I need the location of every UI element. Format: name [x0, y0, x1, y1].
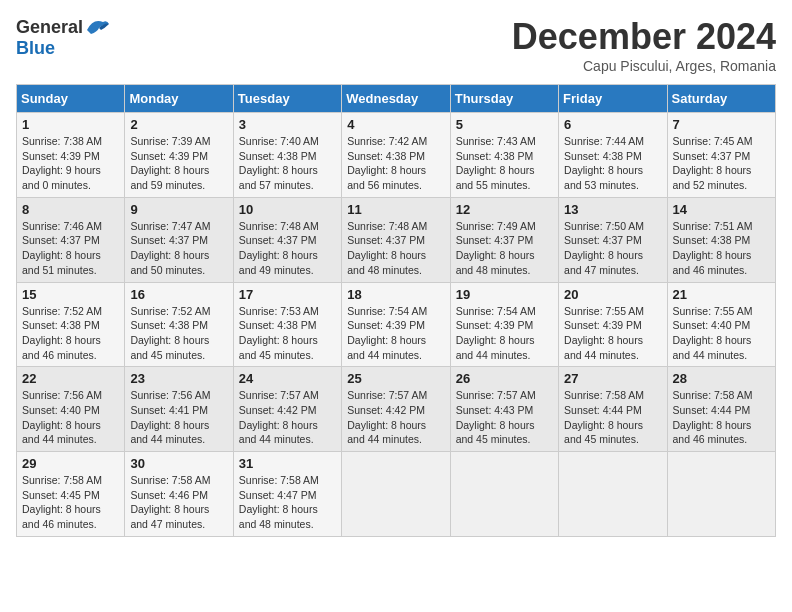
- calendar-cell: 31 Sunrise: 7:58 AM Sunset: 4:47 PM Dayl…: [233, 452, 341, 537]
- day-number: 17: [239, 287, 336, 302]
- calendar-cell: [667, 452, 775, 537]
- day-of-week-header: Friday: [559, 85, 667, 113]
- calendar-cell: 18 Sunrise: 7:54 AM Sunset: 4:39 PM Dayl…: [342, 282, 450, 367]
- day-number: 11: [347, 202, 444, 217]
- calendar-cell: 24 Sunrise: 7:57 AM Sunset: 4:42 PM Dayl…: [233, 367, 341, 452]
- logo-general-text: General: [16, 17, 83, 38]
- day-number: 30: [130, 456, 227, 471]
- calendar-cell: 8 Sunrise: 7:46 AM Sunset: 4:37 PM Dayli…: [17, 197, 125, 282]
- calendar-cell: 13 Sunrise: 7:50 AM Sunset: 4:37 PM Dayl…: [559, 197, 667, 282]
- calendar-week-row: 8 Sunrise: 7:46 AM Sunset: 4:37 PM Dayli…: [17, 197, 776, 282]
- calendar-cell: 23 Sunrise: 7:56 AM Sunset: 4:41 PM Dayl…: [125, 367, 233, 452]
- day-number: 9: [130, 202, 227, 217]
- day-info: Sunrise: 7:42 AM Sunset: 4:38 PM Dayligh…: [347, 134, 444, 193]
- day-number: 8: [22, 202, 119, 217]
- calendar-cell: 4 Sunrise: 7:42 AM Sunset: 4:38 PM Dayli…: [342, 113, 450, 198]
- day-info: Sunrise: 7:46 AM Sunset: 4:37 PM Dayligh…: [22, 219, 119, 278]
- calendar-cell: 2 Sunrise: 7:39 AM Sunset: 4:39 PM Dayli…: [125, 113, 233, 198]
- day-number: 7: [673, 117, 770, 132]
- day-info: Sunrise: 7:49 AM Sunset: 4:37 PM Dayligh…: [456, 219, 553, 278]
- calendar-cell: 29 Sunrise: 7:58 AM Sunset: 4:45 PM Dayl…: [17, 452, 125, 537]
- day-number: 1: [22, 117, 119, 132]
- day-number: 2: [130, 117, 227, 132]
- day-info: Sunrise: 7:56 AM Sunset: 4:40 PM Dayligh…: [22, 388, 119, 447]
- calendar-cell: 21 Sunrise: 7:55 AM Sunset: 4:40 PM Dayl…: [667, 282, 775, 367]
- day-info: Sunrise: 7:57 AM Sunset: 4:42 PM Dayligh…: [239, 388, 336, 447]
- day-info: Sunrise: 7:54 AM Sunset: 4:39 PM Dayligh…: [456, 304, 553, 363]
- day-number: 21: [673, 287, 770, 302]
- calendar-cell: 30 Sunrise: 7:58 AM Sunset: 4:46 PM Dayl…: [125, 452, 233, 537]
- day-number: 23: [130, 371, 227, 386]
- day-info: Sunrise: 7:52 AM Sunset: 4:38 PM Dayligh…: [130, 304, 227, 363]
- day-number: 13: [564, 202, 661, 217]
- title-block: December 2024 Capu Piscului, Arges, Roma…: [512, 16, 776, 74]
- day-number: 18: [347, 287, 444, 302]
- day-number: 4: [347, 117, 444, 132]
- location-subtitle: Capu Piscului, Arges, Romania: [512, 58, 776, 74]
- calendar-cell: [342, 452, 450, 537]
- day-number: 27: [564, 371, 661, 386]
- calendar-cell: 9 Sunrise: 7:47 AM Sunset: 4:37 PM Dayli…: [125, 197, 233, 282]
- day-info: Sunrise: 7:48 AM Sunset: 4:37 PM Dayligh…: [347, 219, 444, 278]
- day-info: Sunrise: 7:54 AM Sunset: 4:39 PM Dayligh…: [347, 304, 444, 363]
- day-info: Sunrise: 7:51 AM Sunset: 4:38 PM Dayligh…: [673, 219, 770, 278]
- day-number: 15: [22, 287, 119, 302]
- day-info: Sunrise: 7:58 AM Sunset: 4:46 PM Dayligh…: [130, 473, 227, 532]
- logo-bird-icon: [83, 16, 111, 38]
- day-info: Sunrise: 7:53 AM Sunset: 4:38 PM Dayligh…: [239, 304, 336, 363]
- calendar-cell: 1 Sunrise: 7:38 AM Sunset: 4:39 PM Dayli…: [17, 113, 125, 198]
- calendar-cell: 26 Sunrise: 7:57 AM Sunset: 4:43 PM Dayl…: [450, 367, 558, 452]
- day-info: Sunrise: 7:43 AM Sunset: 4:38 PM Dayligh…: [456, 134, 553, 193]
- calendar-cell: 27 Sunrise: 7:58 AM Sunset: 4:44 PM Dayl…: [559, 367, 667, 452]
- calendar-cell: 14 Sunrise: 7:51 AM Sunset: 4:38 PM Dayl…: [667, 197, 775, 282]
- day-number: 14: [673, 202, 770, 217]
- day-of-week-header: Thursday: [450, 85, 558, 113]
- day-info: Sunrise: 7:40 AM Sunset: 4:38 PM Dayligh…: [239, 134, 336, 193]
- day-info: Sunrise: 7:58 AM Sunset: 4:44 PM Dayligh…: [564, 388, 661, 447]
- day-info: Sunrise: 7:58 AM Sunset: 4:45 PM Dayligh…: [22, 473, 119, 532]
- calendar-cell: [450, 452, 558, 537]
- day-info: Sunrise: 7:50 AM Sunset: 4:37 PM Dayligh…: [564, 219, 661, 278]
- day-info: Sunrise: 7:39 AM Sunset: 4:39 PM Dayligh…: [130, 134, 227, 193]
- calendar-cell: 19 Sunrise: 7:54 AM Sunset: 4:39 PM Dayl…: [450, 282, 558, 367]
- calendar-week-row: 22 Sunrise: 7:56 AM Sunset: 4:40 PM Dayl…: [17, 367, 776, 452]
- day-info: Sunrise: 7:55 AM Sunset: 4:39 PM Dayligh…: [564, 304, 661, 363]
- day-of-week-header: Monday: [125, 85, 233, 113]
- calendar-cell: 28 Sunrise: 7:58 AM Sunset: 4:44 PM Dayl…: [667, 367, 775, 452]
- calendar-table: SundayMondayTuesdayWednesdayThursdayFrid…: [16, 84, 776, 537]
- calendar-cell: 25 Sunrise: 7:57 AM Sunset: 4:42 PM Dayl…: [342, 367, 450, 452]
- day-info: Sunrise: 7:57 AM Sunset: 4:43 PM Dayligh…: [456, 388, 553, 447]
- day-info: Sunrise: 7:48 AM Sunset: 4:37 PM Dayligh…: [239, 219, 336, 278]
- day-info: Sunrise: 7:44 AM Sunset: 4:38 PM Dayligh…: [564, 134, 661, 193]
- day-number: 16: [130, 287, 227, 302]
- logo: General Blue: [16, 16, 111, 59]
- day-info: Sunrise: 7:55 AM Sunset: 4:40 PM Dayligh…: [673, 304, 770, 363]
- day-of-week-header: Tuesday: [233, 85, 341, 113]
- page-header: General Blue December 2024 Capu Piscului…: [16, 16, 776, 74]
- calendar-cell: [559, 452, 667, 537]
- calendar-header-row: SundayMondayTuesdayWednesdayThursdayFrid…: [17, 85, 776, 113]
- calendar-cell: 12 Sunrise: 7:49 AM Sunset: 4:37 PM Dayl…: [450, 197, 558, 282]
- calendar-week-row: 29 Sunrise: 7:58 AM Sunset: 4:45 PM Dayl…: [17, 452, 776, 537]
- day-number: 20: [564, 287, 661, 302]
- day-number: 31: [239, 456, 336, 471]
- day-number: 28: [673, 371, 770, 386]
- day-number: 19: [456, 287, 553, 302]
- day-number: 26: [456, 371, 553, 386]
- day-number: 29: [22, 456, 119, 471]
- logo-blue-text: Blue: [16, 38, 55, 59]
- calendar-cell: 5 Sunrise: 7:43 AM Sunset: 4:38 PM Dayli…: [450, 113, 558, 198]
- calendar-week-row: 15 Sunrise: 7:52 AM Sunset: 4:38 PM Dayl…: [17, 282, 776, 367]
- calendar-cell: 6 Sunrise: 7:44 AM Sunset: 4:38 PM Dayli…: [559, 113, 667, 198]
- calendar-week-row: 1 Sunrise: 7:38 AM Sunset: 4:39 PM Dayli…: [17, 113, 776, 198]
- calendar-cell: 15 Sunrise: 7:52 AM Sunset: 4:38 PM Dayl…: [17, 282, 125, 367]
- day-info: Sunrise: 7:58 AM Sunset: 4:44 PM Dayligh…: [673, 388, 770, 447]
- calendar-cell: 20 Sunrise: 7:55 AM Sunset: 4:39 PM Dayl…: [559, 282, 667, 367]
- calendar-cell: 22 Sunrise: 7:56 AM Sunset: 4:40 PM Dayl…: [17, 367, 125, 452]
- calendar-cell: 10 Sunrise: 7:48 AM Sunset: 4:37 PM Dayl…: [233, 197, 341, 282]
- day-of-week-header: Saturday: [667, 85, 775, 113]
- calendar-cell: 3 Sunrise: 7:40 AM Sunset: 4:38 PM Dayli…: [233, 113, 341, 198]
- day-number: 5: [456, 117, 553, 132]
- day-info: Sunrise: 7:52 AM Sunset: 4:38 PM Dayligh…: [22, 304, 119, 363]
- calendar-cell: 16 Sunrise: 7:52 AM Sunset: 4:38 PM Dayl…: [125, 282, 233, 367]
